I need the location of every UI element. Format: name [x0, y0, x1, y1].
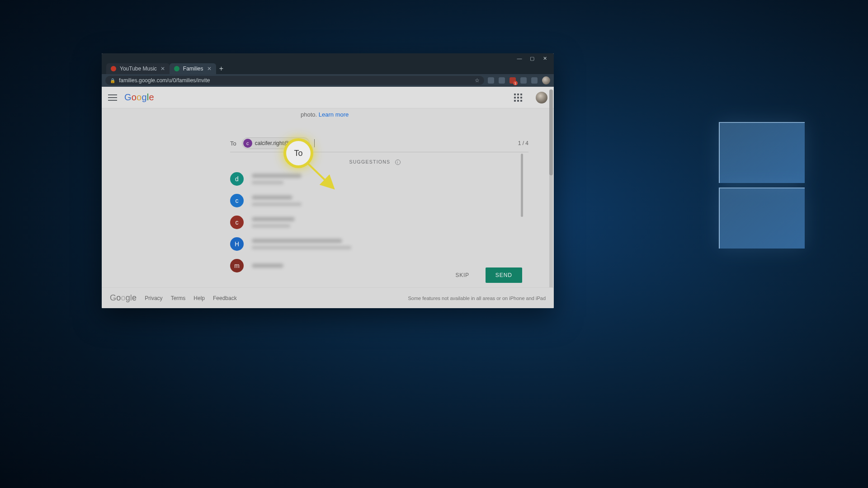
- suggestion-item[interactable]: c: [230, 211, 519, 233]
- browser-window: — ▢ ✕ YouTube Music ✕ Families ✕ + 🔒 fam…: [102, 53, 554, 308]
- suggestion-redacted-text: [252, 239, 351, 249]
- logo-letter: o: [137, 92, 142, 103]
- google-logo[interactable]: G o o g l e: [124, 92, 154, 103]
- tab-close-icon[interactable]: ✕: [207, 66, 212, 72]
- footer-link-privacy[interactable]: Privacy: [145, 295, 162, 301]
- profile-avatar-icon[interactable]: [542, 76, 550, 84]
- favicon-icon: [174, 66, 179, 71]
- suggestion-avatar: m: [230, 259, 244, 272]
- menu-icon[interactable]: [108, 94, 117, 101]
- logo-letter: e: [132, 293, 137, 303]
- suggestions-header: SUGGESTIONS i: [230, 159, 519, 165]
- suggestion-redacted-text: [252, 174, 302, 184]
- logo-letter: o: [116, 293, 121, 303]
- suggestion-avatar: d: [230, 172, 244, 186]
- url-input[interactable]: 🔒 families.google.com/u/0/families/invit…: [105, 76, 484, 85]
- scrollbar-thumb[interactable]: [549, 89, 553, 175]
- annotation-text: To: [294, 149, 302, 158]
- suggestion-avatar: c: [230, 216, 244, 229]
- suggestion-avatar: c: [230, 194, 244, 207]
- logo-letter: o: [132, 92, 137, 103]
- suggestion-avatar: H: [230, 237, 244, 251]
- window-close-button[interactable]: ✕: [538, 54, 551, 62]
- extension-icon[interactable]: [520, 77, 527, 84]
- intro-text: photo. Learn more: [301, 111, 349, 118]
- new-tab-button[interactable]: +: [216, 63, 227, 74]
- tab-youtube-music[interactable]: YouTube Music ✕: [106, 63, 170, 74]
- window-titlebar[interactable]: — ▢ ✕: [102, 53, 554, 63]
- info-icon[interactable]: i: [395, 160, 401, 165]
- footer-google-logo: G o o g l e: [110, 293, 137, 303]
- footer-link-terms[interactable]: Terms: [171, 295, 186, 301]
- text-caret[interactable]: [314, 139, 315, 147]
- suggestion-redacted-text: [252, 217, 295, 228]
- logo-letter: o: [121, 293, 125, 303]
- suggestions-list: dccHm: [230, 168, 519, 277]
- extension-icon[interactable]: [488, 77, 494, 84]
- url-text: families.google.com/u/0/families/invite: [119, 77, 210, 84]
- tab-families[interactable]: Families ✕: [170, 63, 216, 74]
- footer-link-feedback[interactable]: Feedback: [213, 295, 237, 301]
- learn-more-link[interactable]: Learn more: [319, 111, 349, 118]
- window-minimize-button[interactable]: —: [513, 54, 526, 62]
- annotation-callout: To: [286, 141, 311, 165]
- suggestion-item[interactable]: H: [230, 233, 519, 255]
- extension-icons: [488, 76, 550, 84]
- account-avatar[interactable]: [536, 92, 547, 103]
- suggestion-item[interactable]: d: [230, 168, 519, 190]
- tab-title: Families: [183, 66, 203, 72]
- address-bar: 🔒 families.google.com/u/0/families/invit…: [102, 74, 554, 87]
- logo-letter: g: [126, 293, 130, 303]
- page-footer: G o o g l e Privacy Terms Help Feedback …: [102, 287, 554, 308]
- footer-disclaimer: Some features not available in all areas…: [408, 296, 546, 301]
- app-bar: G o o g l e: [102, 87, 554, 108]
- chip-avatar: c: [243, 139, 252, 148]
- suggestions-label: SUGGESTIONS: [349, 159, 390, 164]
- window-maximize-button[interactable]: ▢: [526, 54, 538, 62]
- extension-icon[interactable]: [509, 77, 516, 84]
- tab-title: YouTube Music: [120, 66, 157, 72]
- extension-icon[interactable]: [531, 77, 538, 84]
- recipient-count: 1 / 4: [518, 140, 528, 146]
- intro-fragment: photo.: [301, 111, 319, 118]
- extension-icon[interactable]: [499, 77, 505, 84]
- form-actions: SKIP SEND: [451, 267, 522, 283]
- to-label: To: [230, 140, 236, 147]
- tab-strip: YouTube Music ✕ Families ✕ +: [102, 63, 554, 74]
- logo-letter: g: [142, 92, 146, 103]
- field-underline: [230, 152, 528, 152]
- logo-letter: e: [149, 92, 154, 103]
- skip-button[interactable]: SKIP: [451, 268, 474, 282]
- suggestions-scrollbar[interactable]: [521, 154, 523, 217]
- desktop-decoration: [719, 188, 805, 249]
- tab-close-icon[interactable]: ✕: [160, 66, 165, 72]
- page-content: G o o g l e photo. Learn more To: [102, 87, 554, 308]
- suggestion-redacted-text: [252, 263, 283, 268]
- footer-link-help[interactable]: Help: [193, 295, 205, 301]
- logo-letter: G: [110, 293, 116, 303]
- to-field-row: To c calcifer.right@gma… 1 / 4: [230, 137, 528, 149]
- suggestion-redacted-text: [252, 195, 302, 206]
- bookmark-star-icon[interactable]: ☆: [475, 77, 480, 84]
- favicon-icon: [111, 66, 116, 71]
- desktop-decoration: [719, 122, 805, 183]
- send-button[interactable]: SEND: [486, 267, 522, 283]
- logo-letter: G: [124, 92, 132, 103]
- lock-icon: 🔒: [110, 78, 115, 83]
- suggestion-item[interactable]: c: [230, 190, 519, 211]
- apps-grid-icon[interactable]: [514, 94, 522, 102]
- desktop-background: — ▢ ✕ YouTube Music ✕ Families ✕ + 🔒 fam…: [0, 0, 868, 488]
- page-scrollbar[interactable]: [549, 89, 553, 305]
- invite-form: photo. Learn more To c calcifer.right@gm…: [102, 108, 547, 287]
